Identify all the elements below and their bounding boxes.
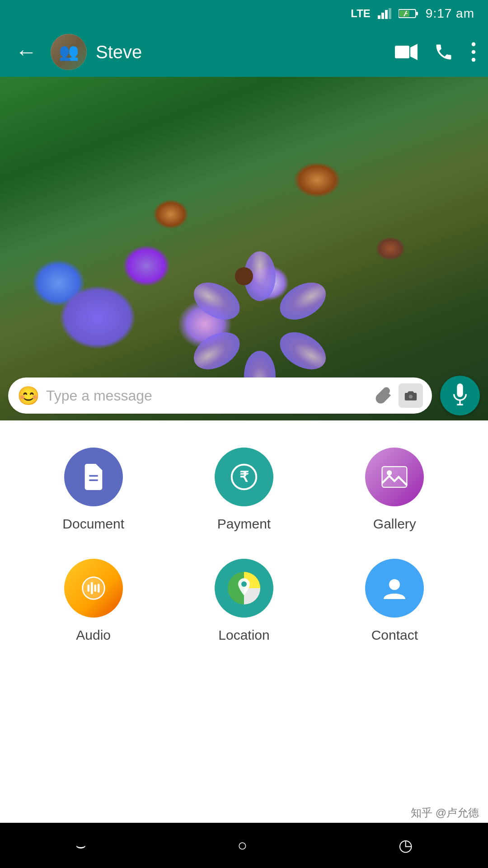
svg-marker-10	[410, 44, 418, 60]
back-button[interactable]: ←	[11, 37, 42, 67]
video-call-button[interactable]	[395, 44, 418, 60]
svg-text:₹: ₹	[239, 469, 249, 485]
svg-point-24	[82, 577, 104, 599]
svg-point-14	[409, 395, 413, 398]
attachment-grid: Document ₹ Payment Gallery	[27, 448, 461, 643]
contact-icon-circle	[365, 559, 424, 618]
gallery-label: Gallery	[373, 516, 416, 532]
chat-background	[0, 77, 488, 420]
attachment-contact[interactable]: Contact	[328, 559, 461, 643]
document-label: Document	[62, 516, 124, 532]
nav-back-button[interactable]: ⌣	[75, 836, 86, 855]
lte-indicator: LTE	[351, 7, 371, 20]
svg-point-11	[472, 42, 476, 47]
voice-message-button[interactable]	[440, 376, 480, 415]
contact-label: Contact	[371, 627, 418, 643]
attachment-document[interactable]: Document	[27, 448, 160, 532]
navigation-bar: ⌣ ○ ◷	[0, 823, 488, 868]
attachment-menu: Document ₹ Payment Gallery	[0, 420, 488, 661]
phone-call-button[interactable]	[434, 42, 454, 62]
chat-toolbar: ← Steve	[0, 27, 488, 77]
toolbar-actions	[395, 42, 477, 62]
gallery-icon-circle	[365, 448, 424, 506]
clock: 9:17 am	[426, 6, 474, 21]
svg-point-13	[472, 58, 476, 62]
chat-area: 😊	[0, 77, 488, 420]
svg-rect-0	[378, 15, 380, 19]
svg-rect-2	[385, 10, 388, 19]
contact-avatar[interactable]	[51, 34, 87, 70]
svg-rect-15	[457, 383, 463, 397]
camera-button[interactable]	[399, 383, 423, 408]
battery-icon	[399, 9, 418, 19]
svg-point-26	[241, 581, 247, 587]
svg-rect-22	[382, 467, 407, 487]
svg-rect-3	[389, 8, 391, 19]
nav-recent-button[interactable]: ◷	[399, 836, 413, 855]
audio-icon-circle	[64, 559, 123, 618]
location-icon-circle	[215, 559, 273, 618]
message-input-container: 😊	[8, 377, 432, 414]
svg-rect-5	[416, 12, 418, 15]
svg-point-12	[472, 50, 476, 54]
watermark: 知乎 @卢允德	[411, 806, 479, 820]
payment-icon-circle: ₹	[215, 448, 273, 506]
payment-label: Payment	[217, 516, 271, 532]
document-icon-circle	[64, 448, 123, 506]
contact-name[interactable]: Steve	[96, 42, 386, 62]
audio-label: Audio	[76, 627, 111, 643]
attachment-payment[interactable]: ₹ Payment	[178, 448, 310, 532]
signal-icon	[378, 8, 391, 19]
message-input[interactable]	[46, 387, 369, 404]
status-bar: LTE 9:17 am	[0, 0, 488, 27]
emoji-button[interactable]: 😊	[17, 385, 40, 406]
attachment-audio[interactable]: Audio	[27, 559, 160, 643]
location-label: Location	[218, 627, 269, 643]
svg-rect-1	[381, 13, 384, 19]
more-options-button[interactable]	[470, 42, 477, 62]
attachment-gallery[interactable]: Gallery	[328, 448, 461, 532]
svg-point-27	[389, 579, 400, 590]
attach-button[interactable]	[375, 387, 392, 404]
nav-home-button[interactable]: ○	[238, 836, 248, 855]
svg-rect-9	[395, 46, 409, 58]
message-input-bar: 😊	[0, 371, 488, 420]
attachment-location[interactable]: Location	[178, 559, 310, 643]
